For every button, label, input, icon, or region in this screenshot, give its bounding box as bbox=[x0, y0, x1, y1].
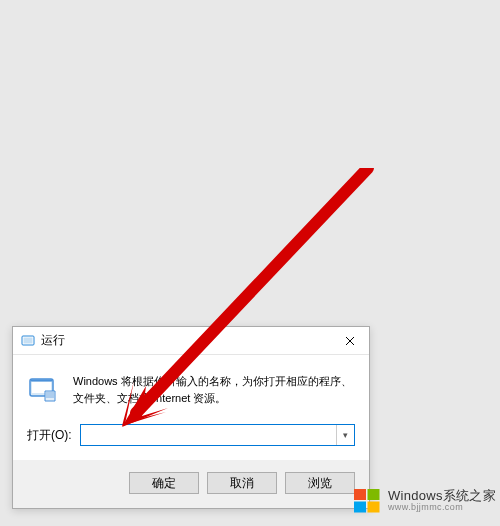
open-label: 打开(O): bbox=[27, 427, 72, 444]
dialog-title: 运行 bbox=[41, 332, 65, 349]
browse-button[interactable]: 浏览 bbox=[285, 472, 355, 494]
svg-rect-9 bbox=[354, 502, 366, 513]
desktop-background: 运行 Windo bbox=[0, 0, 500, 526]
watermark-url: www.bjjmmc.com bbox=[388, 503, 496, 513]
chevron-down-icon[interactable]: ▾ bbox=[336, 425, 354, 445]
run-dialog: 运行 Windo bbox=[12, 326, 370, 509]
svg-rect-10 bbox=[367, 502, 379, 513]
open-combobox[interactable]: ▾ bbox=[80, 424, 355, 446]
cancel-button[interactable]: 取消 bbox=[207, 472, 277, 494]
run-program-icon bbox=[27, 373, 59, 405]
svg-rect-7 bbox=[354, 489, 366, 500]
run-titlebar-icon bbox=[21, 334, 35, 348]
open-input[interactable] bbox=[81, 425, 336, 445]
titlebar-left: 运行 bbox=[21, 332, 65, 349]
titlebar: 运行 bbox=[13, 327, 369, 355]
svg-rect-1 bbox=[24, 337, 33, 343]
watermark-title: Windows系统之家 bbox=[388, 489, 496, 503]
dialog-body: Windows 将根据你所输入的名称，为你打开相应的程序、文件夹、文档或 Int… bbox=[13, 355, 369, 460]
dialog-description: Windows 将根据你所输入的名称，为你打开相应的程序、文件夹、文档或 Int… bbox=[73, 373, 355, 406]
windows-logo-icon bbox=[352, 486, 382, 516]
info-row: Windows 将根据你所输入的名称，为你打开相应的程序、文件夹、文档或 Int… bbox=[27, 373, 355, 406]
ok-button[interactable]: 确定 bbox=[129, 472, 199, 494]
button-row: 确定 取消 浏览 bbox=[13, 460, 369, 508]
svg-rect-8 bbox=[367, 489, 379, 500]
watermark-text: Windows系统之家 www.bjjmmc.com bbox=[388, 489, 496, 513]
close-button[interactable] bbox=[331, 327, 369, 355]
svg-rect-6 bbox=[31, 380, 52, 382]
watermark: Windows系统之家 www.bjjmmc.com bbox=[352, 486, 496, 516]
input-row: 打开(O): ▾ bbox=[27, 424, 355, 446]
